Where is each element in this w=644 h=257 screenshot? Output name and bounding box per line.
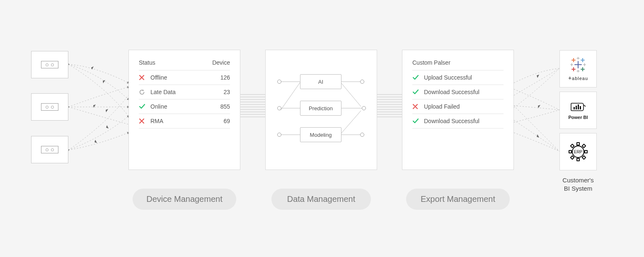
check-icon [412,89,421,95]
svg-rect-46 [571,144,574,148]
device-led-icon [41,146,58,153]
powerbi-icon [570,101,586,113]
svg-rect-49 [582,156,586,159]
device-node [31,93,68,121]
status-row: RMA 69 [139,114,230,128]
powerbi-label: Power BI [568,115,588,120]
export-row: Upload Successful [412,70,504,85]
powerbi-box: Power BI [559,92,597,129]
check-icon [139,104,147,109]
svg-marker-0 [91,66,94,70]
x-icon [139,75,147,80]
export-row: Upload Failed [412,99,504,114]
svg-rect-37 [574,107,575,109]
graph-port [360,133,364,137]
ai-node: AI [300,74,341,89]
export-management-card: Custom Palser Upload Successful Download… [402,50,514,170]
erp-box: ERP [559,133,597,170]
svg-marker-1 [103,80,105,83]
data-management-card: AI Prediction Modeling [265,50,377,170]
x-icon [412,104,421,109]
svg-marker-2 [93,104,96,108]
device-management-card: Status Device Offline 126 Late Data 23 O… [128,50,240,170]
svg-rect-39 [578,104,579,109]
x-icon [139,118,147,124]
svg-rect-38 [576,106,577,109]
svg-rect-44 [569,150,571,153]
svg-rect-47 [582,144,586,148]
device-node [31,51,68,78]
export-row: Download Successful [412,114,504,128]
svg-line-18 [341,111,361,133]
device-management-pill: Device Management [133,189,236,210]
erp-gear-icon: ERP [567,141,589,162]
graph-port [362,106,366,110]
svg-rect-43 [577,158,579,161]
status-row: Online 855 [139,99,230,114]
flow-stripes [240,94,265,117]
status-row: Late Data 23 [139,85,230,99]
graph-port [360,80,364,84]
prediction-node: Prediction [300,101,341,116]
device-node [31,136,68,163]
flow-stripes [377,94,402,117]
svg-marker-6 [537,75,539,78]
device-led-icon [41,103,58,111]
svg-rect-42 [577,143,579,145]
svg-marker-4 [94,140,97,143]
export-title: Custom Palser [412,59,504,70]
svg-marker-8 [537,134,539,138]
device-led-icon [41,61,58,68]
graph-port [277,133,281,137]
svg-marker-3 [106,109,108,112]
check-icon [412,118,421,124]
graph-port [277,80,281,84]
data-management-pill: Data Management [271,189,371,210]
export-management-pill: Export Management [406,189,510,210]
bi-caption: Customer's BI System [553,176,603,192]
status-header: Status [139,59,155,66]
status-row: Offline 126 [139,70,230,85]
export-row: Download Successful [412,85,504,99]
svg-marker-7 [538,105,540,108]
tableau-box: +ableau [559,50,597,87]
svg-line-16 [341,83,361,107]
svg-text:ERP: ERP [574,150,583,154]
modeling-node: Modeling [300,127,341,142]
tableau-icon [570,56,586,73]
svg-rect-45 [585,150,587,153]
device-header: Device [212,59,230,66]
svg-line-12 [281,82,300,110]
retry-icon [139,89,147,95]
svg-rect-48 [571,156,574,159]
graph-port [277,106,281,110]
svg-rect-40 [580,106,581,109]
check-icon [412,75,421,80]
svg-marker-5 [106,125,109,128]
